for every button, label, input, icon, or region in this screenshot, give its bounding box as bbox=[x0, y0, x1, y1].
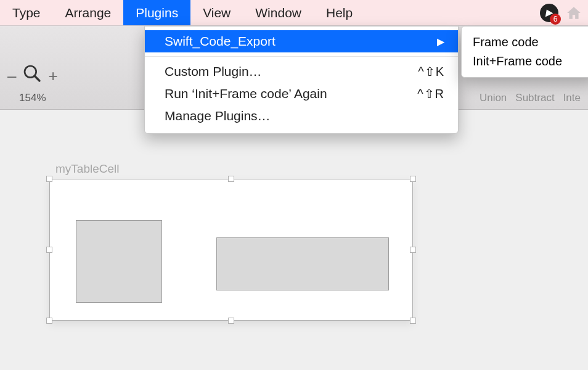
shape-rect[interactable] bbox=[216, 237, 389, 290]
bool-subtract[interactable]: Subtract bbox=[515, 92, 554, 104]
home-icon[interactable] bbox=[565, 4, 583, 22]
menu-arrange[interactable]: Arrange bbox=[53, 0, 124, 25]
plugins-dropdown: Swift_Code_Export ▶ Custom Plugin… ^⇧K R… bbox=[144, 26, 459, 134]
boolean-group: Union Subtract Inte bbox=[480, 92, 581, 104]
menu-type[interactable]: Type bbox=[0, 0, 53, 25]
plugins-item-run-again[interactable]: Run ‘Init+Frame code’ Again ^⇧R bbox=[145, 83, 458, 105]
canvas[interactable]: myTableCell bbox=[0, 110, 588, 370]
dd-label: Manage Plugins… bbox=[165, 109, 271, 123]
handle-bc[interactable] bbox=[228, 318, 234, 324]
menu-separator bbox=[145, 56, 458, 57]
zoom-icon[interactable] bbox=[22, 64, 42, 88]
plugins-item-manage[interactable]: Manage Plugins… bbox=[145, 105, 458, 127]
handle-mr[interactable] bbox=[410, 247, 416, 253]
notification-badge: 6 bbox=[550, 14, 561, 25]
plugins-item-custom-plugin[interactable]: Custom Plugin… ^⇧K bbox=[145, 60, 458, 83]
plugins-item-swift-code-export[interactable]: Swift_Code_Export ▶ bbox=[145, 30, 458, 52]
menu-view[interactable]: View bbox=[190, 0, 243, 25]
zoom-out-button[interactable]: – bbox=[7, 67, 16, 86]
artboard[interactable] bbox=[49, 179, 413, 321]
swift-code-export-submenu: Frame code Init+Frame code bbox=[461, 26, 588, 78]
dd-shortcut: ^⇧K bbox=[418, 64, 444, 79]
menubar: Type Arrange Plugins View Window Help 6 bbox=[0, 0, 588, 26]
dd-label: Swift_Code_Export bbox=[165, 34, 276, 49]
submenu-item-frame-code[interactable]: Frame code bbox=[462, 33, 588, 52]
handle-bl[interactable] bbox=[46, 318, 52, 324]
dd-label: Run ‘Init+Frame code’ Again bbox=[165, 86, 327, 101]
handle-br[interactable] bbox=[410, 318, 416, 324]
handle-tc[interactable] bbox=[228, 176, 234, 182]
notifications-icon[interactable]: 6 bbox=[540, 4, 558, 22]
handle-tl[interactable] bbox=[46, 176, 52, 182]
dd-label: Init+Frame code bbox=[473, 54, 562, 68]
bool-union[interactable]: Union bbox=[480, 92, 507, 104]
menu-plugins[interactable]: Plugins bbox=[123, 0, 190, 25]
submenu-arrow-icon: ▶ bbox=[437, 36, 444, 47]
handle-tr[interactable] bbox=[410, 176, 416, 182]
dd-shortcut: ^⇧R bbox=[417, 86, 444, 101]
svg-line-1 bbox=[35, 76, 39, 81]
shape-square[interactable] bbox=[76, 220, 162, 303]
zoom-in-button[interactable]: + bbox=[48, 67, 57, 86]
menu-window[interactable]: Window bbox=[243, 0, 314, 25]
dd-label: Frame code bbox=[473, 35, 539, 49]
handle-ml[interactable] bbox=[46, 247, 52, 253]
bool-intersect[interactable]: Inte bbox=[563, 92, 581, 104]
dd-label: Custom Plugin… bbox=[165, 64, 262, 79]
menu-help[interactable]: Help bbox=[314, 0, 365, 25]
zoom-value: 154% bbox=[19, 92, 46, 104]
artboard-label[interactable]: myTableCell bbox=[55, 162, 119, 176]
zoom-group: – + 154% bbox=[7, 64, 58, 104]
submenu-item-init-frame-code[interactable]: Init+Frame code bbox=[462, 52, 588, 71]
